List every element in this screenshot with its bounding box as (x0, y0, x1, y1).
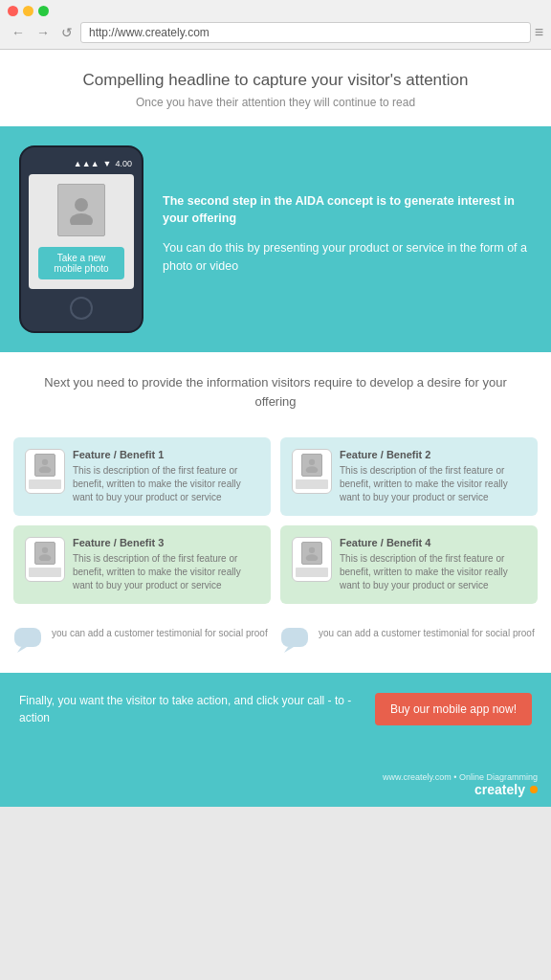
minimize-dot[interactable] (23, 6, 33, 16)
testimonials-section: you can add a customer testimonial for s… (0, 617, 551, 673)
signal-icon: ▲▲▲ (74, 159, 99, 168)
back-button[interactable]: ← (8, 23, 29, 42)
feature-card-2: Feature / Benefit 2 This is description … (280, 437, 538, 516)
phone-time: 4.00 (115, 159, 132, 168)
svg-point-8 (309, 547, 315, 553)
feature-desc-1: This is description of the first feature… (73, 464, 259, 504)
avatar (57, 184, 105, 236)
cta-section: Finally, you want the visitor to take ac… (0, 673, 551, 765)
svg-point-4 (309, 459, 315, 465)
feat-avatar-icon-3 (38, 546, 52, 561)
cta-text: Finally, you want the visitor to take ac… (19, 692, 360, 726)
feat-keyboard-1 (29, 479, 61, 489)
svg-point-7 (39, 554, 52, 561)
logo-dot-icon (530, 786, 538, 793)
browser-nav: ← → ↺ ≡ (8, 22, 543, 43)
feat-keyboard-3 (29, 568, 61, 577)
forward-button[interactable]: → (33, 23, 54, 42)
speech-bubble-icon-2 (280, 627, 311, 654)
footer-tagline: www.creately.com • Online Diagramming (383, 772, 538, 782)
feature-card-4: Feature / Benefit 4 This is description … (280, 525, 538, 604)
feature-desc-4: This is description of the first feature… (340, 552, 526, 592)
refresh-button[interactable]: ↺ (57, 23, 77, 42)
feature-phone-3 (25, 537, 65, 582)
testimonial-text-1: you can add a customer testimonial for s… (52, 627, 268, 640)
feat-keyboard-4 (296, 568, 328, 577)
feature-content-2: Feature / Benefit 2 This is description … (340, 449, 526, 504)
hero-text2: You can do this by presenting your produ… (163, 239, 532, 276)
svg-point-1 (70, 213, 93, 225)
feature-desc-2: This is description of the first feature… (340, 464, 526, 504)
svg-marker-11 (17, 647, 27, 653)
testimonial-2: you can add a customer testimonial for s… (280, 627, 538, 654)
page-headline: Compelling headline to capture your visi… (29, 71, 522, 90)
feat-avatar-1 (34, 454, 55, 477)
hero-text1: The second step in the AIDA concept is t… (163, 194, 515, 226)
svg-point-3 (39, 466, 52, 473)
feature-desc-3: This is description of the first feature… (73, 552, 259, 592)
footer: www.creately.com • Online Diagramming cr… (0, 765, 551, 807)
desire-section: Next you need to provide the information… (0, 352, 551, 428)
feat-keyboard-2 (296, 479, 328, 489)
feature-content-4: Feature / Benefit 4 This is description … (340, 537, 526, 592)
feature-title-3: Feature / Benefit 3 (73, 537, 259, 548)
feature-card-1: Feature / Benefit 1 This is description … (13, 437, 271, 516)
feature-phone-4 (292, 537, 332, 582)
feature-content-1: Feature / Benefit 1 This is description … (73, 449, 259, 504)
footer-content: www.creately.com • Online Diagramming cr… (383, 772, 538, 797)
feature-phone-1 (25, 449, 65, 494)
svg-rect-10 (14, 628, 41, 647)
svg-point-5 (306, 466, 319, 473)
traffic-lights (8, 6, 543, 16)
features-grid: Feature / Benefit 1 This is description … (0, 428, 551, 617)
avatar-icon (69, 196, 94, 225)
phone-home-button[interactable] (70, 297, 93, 320)
page: Compelling headline to capture your visi… (0, 50, 551, 807)
speech-bubble-icon-1 (13, 627, 44, 654)
feature-title-4: Feature / Benefit 4 (340, 537, 526, 548)
page-subheadline: Once you have their attention they will … (29, 96, 522, 109)
feat-avatar-icon-4 (305, 546, 319, 561)
testimonial-1: you can add a customer testimonial for s… (13, 627, 271, 654)
svg-rect-12 (281, 628, 308, 647)
hero-section: ▲▲▲ ▼ 4.00 Take a new mobile photo The s… (0, 126, 551, 352)
wifi-icon: ▼ (103, 159, 112, 168)
cta-button[interactable]: Buy our mobile app now! (375, 693, 532, 725)
feat-avatar-2 (301, 454, 322, 477)
header-section: Compelling headline to capture your visi… (0, 50, 551, 126)
phone-status-bar: ▲▲▲ ▼ 4.00 (29, 159, 134, 168)
feature-content-3: Feature / Benefit 3 This is description … (73, 537, 259, 592)
feature-phone-2 (292, 449, 332, 494)
phone-cta-button[interactable]: Take a new mobile photo (38, 247, 124, 279)
feature-card-3: Feature / Benefit 3 This is description … (13, 525, 271, 604)
close-dot[interactable] (8, 6, 18, 16)
phone-screen: Take a new mobile photo (29, 174, 134, 289)
hero-text: The second step in the AIDA concept is t… (163, 192, 532, 287)
feat-avatar-3 (34, 542, 55, 565)
browser-menu-button[interactable]: ≡ (535, 24, 543, 41)
svg-point-6 (42, 547, 48, 553)
address-bar[interactable] (80, 22, 531, 43)
maximize-dot[interactable] (38, 6, 49, 16)
feature-title-2: Feature / Benefit 2 (340, 449, 526, 460)
desire-text: Next you need to provide the information… (29, 373, 522, 411)
svg-point-2 (42, 459, 48, 465)
feat-avatar-4 (301, 542, 322, 565)
svg-point-0 (75, 198, 88, 212)
svg-marker-13 (284, 647, 294, 653)
testimonial-text-2: you can add a customer testimonial for s… (319, 627, 535, 640)
browser-chrome: ← → ↺ ≡ (0, 0, 551, 50)
logo-text: creately (474, 782, 525, 797)
phone-mockup: ▲▲▲ ▼ 4.00 Take a new mobile photo (19, 145, 143, 333)
feat-avatar-icon-1 (38, 457, 52, 473)
feature-title-1: Feature / Benefit 1 (73, 449, 259, 460)
svg-point-9 (306, 554, 319, 561)
feat-avatar-icon-2 (305, 457, 319, 473)
creately-logo: creately (383, 782, 538, 797)
